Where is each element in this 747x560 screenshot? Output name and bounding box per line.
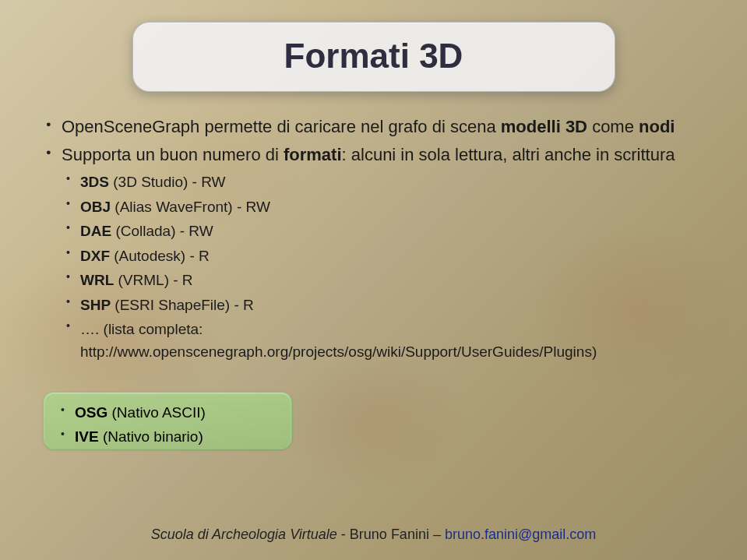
supporta-suffix: : alcuni in sola lettura, altri anche in… [342,145,675,164]
format-item: DAE (Collada) - RW [62,220,704,242]
format-name: WRL [80,272,114,288]
intro-bold-1: modelli 3D [501,117,587,136]
native-format-list: OSG (Nativo ASCII) IVE (Nativo binario) [56,402,206,448]
format-item: OBJ (Alias WaveFront) - RW [62,195,704,218]
format-name: 3DS [80,174,109,190]
native-name: OSG [75,404,107,421]
intro-text-0: OpenSceneGraph permette di caricare nel … [62,117,501,136]
format-desc: (VRML) - R [114,272,192,288]
format-name: DAE [80,223,111,239]
intro-text-2: come [587,117,639,136]
footer-sep: - [337,527,350,542]
intro-bold-3: nodi [639,117,675,136]
bullet-intro: OpenSceneGraph permette di caricare nel … [43,115,704,139]
supporta-prefix: Supporta un buon numero di [62,145,284,164]
format-item: DXF (Autodesk) - R [62,245,704,267]
format-name: SHP [80,297,111,313]
title-box: Formati 3D [132,22,615,92]
complete-prefix: …. (lista completa: [80,321,203,337]
footer-author: Bruno Fanini [350,527,429,542]
format-desc: (ESRI ShapeFile) - R [111,297,254,313]
format-name: OBJ [80,199,111,215]
format-item: SHP (ESRI ShapeFile) - R [62,294,704,316]
footer-dash: – [429,527,445,542]
format-desc: (3D Studio) - RW [109,174,226,190]
bullet-list-level1: OpenSceneGraph permette di caricare nel … [43,115,704,364]
native-formats-block: OSG (Nativo ASCII) IVE (Nativo binario) [56,397,206,449]
slide-content: OpenSceneGraph permette di caricare nel … [43,115,704,560]
complete-suffix: ) [592,343,597,360]
format-item: 3DS (3D Studio) - RW [62,171,704,193]
format-name: DXF [80,248,110,264]
native-item: OSG (Nativo ASCII) [56,402,206,424]
native-name: IVE [75,428,99,445]
format-desc: (Autodesk) - R [110,248,210,264]
format-desc: (Alias WaveFront) - RW [111,199,270,215]
slide-container: Formati 3D OpenSceneGraph permette di ca… [0,0,747,560]
slide-title: Formati 3D [157,37,591,76]
native-desc: (Nativo binario) [99,428,203,445]
supporta-bold: formati [284,145,342,164]
native-item: IVE (Nativo binario) [56,426,206,449]
format-desc: (Collada) - RW [111,223,213,239]
bullet-supporta: Supporta un buon numero di formati: alcu… [43,143,704,364]
footer-email: bruno.fanini@gmail.com [445,527,596,542]
footer-school: Scuola di Archeologia Virtuale [151,527,337,542]
complete-url: http://www.openscenegraph.org/projects/o… [80,343,592,360]
format-complete-list: …. (lista completa: http://www.openscene… [62,318,704,364]
format-list: 3DS (3D Studio) - RW OBJ (Alias WaveFron… [62,171,704,364]
format-item: WRL (VRML) - R [62,269,704,291]
slide-footer: Scuola di Archeologia Virtuale - Bruno F… [0,527,747,543]
native-desc: (Nativo ASCII) [107,404,206,421]
